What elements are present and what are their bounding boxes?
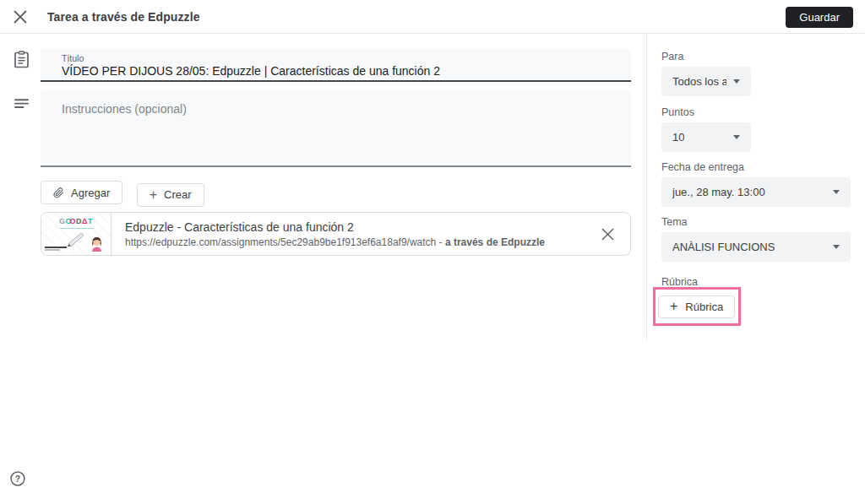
puntos-value: 10 bbox=[672, 131, 684, 144]
rubrica-highlight-box: + Rúbrica bbox=[653, 287, 741, 326]
puntos-dropdown[interactable]: 10 bbox=[661, 122, 751, 152]
chevron-down-icon bbox=[733, 79, 740, 84]
attachment-title[interactable]: Edpuzzle - Características de una funció… bbox=[125, 220, 545, 234]
chevron-down-icon bbox=[833, 245, 840, 249]
crear-button-label: Crear bbox=[164, 188, 192, 201]
top-bar: Tarea a través de Edpuzzle Guardar bbox=[0, 0, 865, 34]
plus-icon: + bbox=[150, 188, 157, 202]
add-rubrica-button[interactable]: + Rúbrica bbox=[658, 295, 735, 318]
paperclip-icon bbox=[53, 187, 64, 199]
puntos-label: Puntos bbox=[661, 106, 694, 118]
attachment-url-source: a través de Edpuzzle bbox=[445, 236, 545, 248]
fecha-dropdown[interactable]: jue., 28 may. 13:00 bbox=[661, 177, 851, 207]
settings-sidebar: Para Todos los al... Puntos 10 Fecha de … bbox=[646, 35, 865, 339]
agregar-button-label: Agregar bbox=[71, 187, 110, 199]
chevron-down-icon bbox=[733, 135, 740, 139]
para-dropdown[interactable]: Todos los al... bbox=[661, 67, 751, 96]
goodat-logo: GOODΔT bbox=[41, 217, 111, 225]
assignment-clipboard-icon bbox=[14, 51, 30, 72]
page-title: Tarea a través de Edpuzzle bbox=[47, 10, 200, 24]
svg-text:?: ? bbox=[15, 474, 20, 484]
plus-icon: + bbox=[670, 300, 677, 313]
rubrica-label: Rúbrica bbox=[661, 276, 698, 288]
tema-value: ANÀLISI FUNCIONS bbox=[672, 241, 775, 253]
close-icon[interactable] bbox=[14, 10, 27, 24]
help-icon[interactable]: ? bbox=[9, 470, 26, 490]
remove-attachment-icon[interactable] bbox=[601, 228, 615, 241]
fecha-label: Fecha de entrega bbox=[661, 161, 744, 173]
para-label: Para bbox=[661, 51, 683, 62]
crear-button[interactable]: + Crear bbox=[137, 183, 204, 207]
instructions-input[interactable] bbox=[62, 102, 611, 158]
para-value: Todos los al... bbox=[672, 75, 726, 88]
attachment-url: https://edpuzzle.com/assignments/5ec29ab… bbox=[125, 236, 545, 248]
fecha-value: jue., 28 may. 13:00 bbox=[672, 186, 765, 198]
attachment-card[interactable]: GOODΔT Edpuzzle - Características de una… bbox=[41, 212, 631, 256]
agregar-button[interactable]: Agregar bbox=[41, 181, 122, 204]
thumbnail-caption-lines bbox=[45, 247, 67, 252]
rubrica-button-label: Rúbrica bbox=[685, 301, 723, 313]
teacher-avatar bbox=[90, 236, 103, 255]
attachment-thumbnail: GOODΔT bbox=[41, 213, 112, 255]
title-field: Título bbox=[41, 49, 631, 82]
attachment-info: Edpuzzle - Características de una funció… bbox=[112, 213, 545, 255]
logo-underline bbox=[60, 228, 94, 229]
tema-label: Tema bbox=[661, 216, 688, 228]
chevron-down-icon bbox=[833, 190, 840, 194]
description-lines-icon bbox=[14, 98, 30, 113]
tema-dropdown[interactable]: ANÀLISI FUNCIONS bbox=[661, 232, 851, 262]
attach-buttons-row: Agregar + Crear bbox=[41, 181, 204, 207]
save-button[interactable]: Guardar bbox=[786, 7, 853, 28]
title-field-label: Título bbox=[62, 53, 84, 63]
title-input[interactable] bbox=[62, 63, 619, 79]
instructions-field bbox=[41, 90, 631, 167]
pencil-icon bbox=[65, 230, 87, 250]
